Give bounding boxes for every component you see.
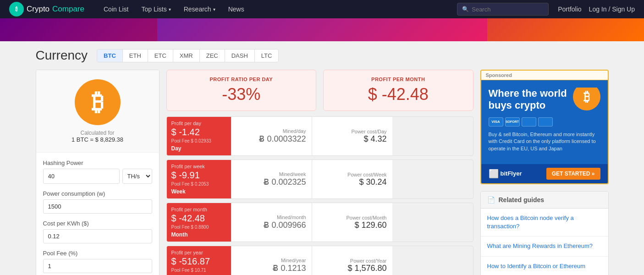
search-box[interactable]: 🔍 [457,3,549,16]
list-item[interactable]: What are Mining Rewards in Ethereum? [481,236,608,256]
currency-header: Currency BTC ETH ETC XMR ZEC DASH LTC [36,48,609,63]
month-period: Month [171,231,226,238]
brand-logo: ₿ [9,2,24,16]
hashing-power-group: Hashing Power TH/s GH/s MH/s [43,160,152,184]
related-guides-list: How does a Bitcoin node verify a transac… [481,209,608,275]
list-item[interactable]: How to Identify a Bitcoin or Ethereum [481,257,608,275]
nav-news[interactable]: News [223,0,250,18]
research-caret: ▾ [213,7,215,12]
tab-etc[interactable]: ETC [148,50,173,62]
tab-ltc[interactable]: LTC [255,50,279,62]
month-mined-value: Ƀ 0.009966 [237,220,306,230]
profit-month-label: PROFIT PER MONTH [332,77,465,82]
day-mined-value: Ƀ 0.0003322 [237,134,306,144]
currency-tabs: BTC ETH ETC XMR ZEC DASH LTC [97,49,279,62]
pool-fee-input[interactable] [43,259,152,273]
visa-icon: VISA [489,117,503,126]
day-mined-label: Mined/day [237,128,306,134]
hashing-power-label: Hashing Power [43,160,152,166]
month-power-label: Power cost/Month [318,215,387,220]
year-mined-value: Ƀ 0.1213 [237,263,306,273]
year-profit-label: Profit per year [171,250,226,255]
nav-links: Coin List Top Lists ▾ Research ▾ News [98,0,452,18]
form-panel: Hashing Power TH/s GH/s MH/s Power consu… [36,153,159,275]
week-power-cell: Power cost/Week $ 30.24 [312,160,392,198]
profit-ratio-label: PROFIT RATIO PER DAY [175,77,308,82]
btc-icon-area: ₿ Calculated for 1 BTC = $ 8,829.38 [36,70,159,153]
nav-top-lists[interactable]: Top Lists ▾ [136,0,176,18]
month-mined-label: Mined/month [237,214,306,220]
hashing-power-input[interactable] [43,169,120,184]
week-profit-value: $ -9.91 [171,170,226,181]
week-profit-label: Profit per week [171,164,226,169]
month-label-cell: Profit per month $ -42.48 Pool Fee $ 0.8… [167,203,231,242]
ad-content: ₿ Where the world buys crypto VISA SOFOR… [481,80,608,164]
cost-kwh-input[interactable] [43,229,152,243]
banner [0,18,644,41]
svg-text:₿: ₿ [15,6,18,12]
btc-symbol: ₿ [92,88,104,116]
content-grid: ₿ Calculated for 1 BTC = $ 8,829.38 Hash… [36,70,609,275]
year-mined-label: Mined/year [237,258,306,263]
hashing-power-unit[interactable]: TH/s GH/s MH/s [122,169,152,184]
year-profit-value: $ -516.87 [171,256,226,267]
list-item[interactable]: How does a Bitcoin node verify a transac… [481,209,608,236]
payment-icon-3 [522,117,536,126]
calc-value: 1 BTC = $ 8,829.38 [45,136,150,143]
brand-crypto: Crypto [27,5,50,14]
sofort-icon: SOFORT [505,117,520,126]
ad-description: Buy & sell Bitcoin, Ethereum and more in… [489,131,600,152]
day-power-label: Power cost/Day [318,129,387,134]
profit-ratio-value: -33% [175,85,308,104]
week-mined-cell: Mined/week Ƀ 0.002325 [231,160,312,198]
brand[interactable]: ₿ CryptoCompare [9,2,84,16]
day-power-cell: Power cost/Day $ 4.32 [312,117,392,155]
login-link[interactable]: Log In / Sign Up [589,6,635,13]
banner-inner [157,18,487,41]
year-power-value: $ 1,576.80 [318,264,387,273]
week-pool-fee: Pool Fee $ 0.2053 [171,182,226,187]
get-started-button[interactable]: GET STARTED » [546,168,600,180]
tab-dash[interactable]: DASH [225,50,255,62]
ad-box: Sponsored ₿ Where the world buys crypto … [480,70,609,184]
pool-fee-label: Pool Fee (%) [43,250,152,257]
right-panel: Sponsored ₿ Where the world buys crypto … [480,70,609,275]
portfolio-link[interactable]: Portfolio [558,6,581,13]
table-row: Profit per year $ -516.87 Pool Fee $ 10.… [166,246,473,275]
profit-ratio-box: PROFIT RATIO PER DAY -33% [166,70,317,111]
power-consumption-label: Power consumption (w) [43,190,152,197]
month-profit-value: $ -42.48 [171,213,226,224]
main-content: Currency BTC ETH ETC XMR ZEC DASH LTC ₿ … [27,41,618,275]
power-consumption-input[interactable] [43,199,152,214]
day-pool-fee: Pool Fee $ 0.02933 [171,138,226,143]
left-panel: ₿ Calculated for 1 BTC = $ 8,829.38 Hash… [36,70,160,275]
week-period: Week [171,188,226,195]
bitflyer-logo: ⬜ bitFlyer [489,169,522,179]
day-period: Day [171,145,226,152]
brand-compare: Compare [52,5,84,14]
tab-xmr[interactable]: XMR [173,50,200,62]
tab-zec[interactable]: ZEC [200,50,225,62]
month-profit-label: Profit per month [171,207,226,212]
cost-kwh-label: Cost per KWh ($) [43,220,152,227]
bf-logo-text: bitFlyer [501,170,522,177]
table-row: Profit per day $ -1.42 Pool Fee $ 0.0293… [166,116,473,156]
day-profit-label: Profit per day [171,121,226,126]
navbar: ₿ CryptoCompare Coin List Top Lists ▾ Re… [0,0,644,18]
page-title: Currency [36,48,88,63]
week-label-cell: Profit per week $ -9.91 Pool Fee $ 0.205… [167,160,231,198]
tab-btc[interactable]: BTC [97,50,123,62]
top-lists-caret: ▾ [169,7,171,12]
pool-fee-group: Pool Fee (%) [43,250,152,273]
search-input[interactable] [472,6,545,13]
btc-icon: ₿ [75,79,121,125]
tab-eth[interactable]: ETH [123,50,148,62]
profit-boxes: PROFIT RATIO PER DAY -33% PROFIT PER MON… [166,70,473,111]
nav-research[interactable]: Research ▾ [178,0,221,18]
document-icon: 📄 [487,196,495,204]
year-mined-cell: Mined/year Ƀ 0.1213 [231,246,312,275]
related-guides-header: 📄 Related guides [481,192,608,209]
nav-coin-list[interactable]: Coin List [98,0,134,18]
month-pool-fee: Pool Fee $ 0.8800 [171,225,226,230]
calc-for-label: Calculated for [45,130,150,136]
